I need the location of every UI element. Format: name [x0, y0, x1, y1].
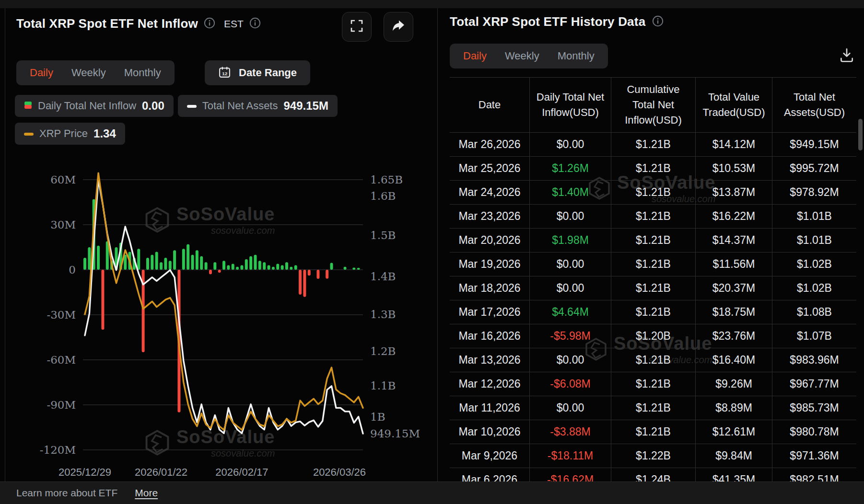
table-cell-value: $1.21B: [611, 300, 696, 324]
table-header: Daily Total Net Inflow(USD): [530, 78, 611, 133]
table-cell-value: $0.00: [530, 205, 611, 229]
table-cell-date: Mar 9,2026: [450, 444, 530, 468]
white-dash-icon: [187, 102, 197, 110]
legend-label: Daily Total Net Inflow: [38, 100, 136, 112]
inflow-bar: [209, 270, 212, 274]
inflow-bar: [97, 246, 100, 270]
table-cell-value: $1.20B: [611, 324, 696, 348]
inflow-bar: [160, 262, 163, 270]
inflow-bar: [205, 262, 208, 270]
net-inflow-chart[interactable]: 60M30M0-30M-60M-90M-120M1.65B1.6B1.5B1.4…: [0, 140, 437, 481]
table-cell-value: $985.73M: [772, 396, 856, 420]
fullscreen-icon: [350, 19, 364, 35]
table-cell-value: $9.26M: [696, 372, 772, 396]
tab-daily[interactable]: Daily: [463, 50, 487, 62]
table-cell-date: Mar 17,2026: [450, 300, 530, 324]
top-strip: [0, 0, 864, 8]
info-icon[interactable]: [249, 17, 261, 31]
inflow-bar: [151, 255, 153, 270]
inflow-bar: [357, 268, 360, 270]
table-cell-value: $0.00: [530, 396, 611, 420]
inflow-bar: [146, 258, 149, 270]
table-cell-value: $1.01B: [772, 229, 856, 252]
timezone-label: EST: [224, 18, 244, 30]
x-axis-tick: 2026/03/26: [313, 466, 366, 478]
inflow-bar: [173, 250, 176, 270]
download-button[interactable]: [835, 45, 858, 67]
info-icon[interactable]: [204, 17, 215, 31]
inflow-bar: [272, 267, 275, 270]
table-cell-value: $1.98M: [530, 229, 611, 252]
table-cell-value: $1.21B: [611, 396, 696, 420]
table-cell-value: $1.21B: [611, 420, 696, 444]
right-axis-tick: 1.6B: [370, 190, 396, 202]
table-cell-date: Mar 13,2026: [450, 348, 530, 372]
table-cell-value: $1.02B: [772, 252, 856, 276]
inflow-bar: [254, 255, 257, 270]
right-axis-tick: 1B: [370, 411, 385, 423]
inflow-bar: [137, 249, 140, 270]
table-cell-value: $0.00: [530, 276, 611, 300]
inflow-bar: [268, 265, 270, 270]
table-cell-value: $1.24B: [611, 468, 696, 481]
date-range-button[interactable]: 12 Date Range: [205, 60, 310, 85]
calendar-icon: 12: [218, 66, 231, 80]
right-axis-tick: 1.5B: [370, 229, 396, 241]
left-axis-tick: 30M: [50, 218, 76, 231]
table-cell-value: $23.76M: [696, 324, 772, 348]
info-icon[interactable]: [652, 15, 664, 29]
table-cell-date: Mar 23,2026: [450, 205, 530, 229]
table-cell-value: $1.21B: [611, 133, 696, 157]
table-cell-value: $1.08B: [772, 300, 856, 324]
share-button[interactable]: [384, 12, 413, 42]
table-cell-value: -$6.08M: [530, 372, 611, 396]
tab-weekly[interactable]: Weekly: [505, 50, 539, 62]
footer-more-link[interactable]: More: [135, 487, 158, 499]
table-cell-value: $995.72M: [772, 157, 856, 181]
legend-daily-net-inflow[interactable]: Daily Total Net Inflow 0.00: [15, 95, 174, 117]
table-cell-value: $1.21B: [611, 276, 696, 300]
tab-weekly[interactable]: Weekly: [71, 67, 106, 79]
table-cell-value: $0.00: [530, 133, 611, 157]
inflow-bar: [236, 267, 239, 270]
table-cell-value: $9.84M: [696, 444, 772, 468]
history-table[interactable]: DateDaily Total Net Inflow(USD)Cumulativ…: [450, 77, 856, 481]
inflow-bar: [155, 252, 158, 270]
legend-label: Total Net Assets: [202, 100, 278, 112]
inflow-bar: [191, 255, 194, 270]
legend-value: 0.00: [142, 99, 164, 113]
fullscreen-button[interactable]: [342, 12, 372, 42]
inflow-bar: [330, 263, 333, 270]
inflow-bar: [227, 265, 230, 270]
table-cell-value: $980.78M: [772, 420, 856, 444]
table-cell-value: $978.92M: [772, 181, 856, 205]
table-scrollbar[interactable]: [858, 119, 863, 150]
table-cell-value: $16.22M: [696, 205, 772, 229]
table-cell-value: $983.96M: [772, 348, 856, 372]
left-axis-tick: -30M: [47, 309, 76, 321]
table-header: Cumulative Total Net Inflow(USD): [611, 78, 696, 133]
legend-total-net-assets[interactable]: Total Net Assets 949.15M: [178, 95, 338, 117]
legend-value: 949.15M: [283, 99, 328, 113]
table-cell-value: $982.51M: [772, 468, 856, 481]
table-cell-value: $1.21B: [611, 372, 696, 396]
table-period-tabs: DailyWeeklyMonthly: [450, 44, 608, 69]
inflow-bar: [240, 265, 243, 270]
table-cell-value: -$18.11M: [530, 444, 611, 468]
right-axis-tick: 1.65B: [370, 173, 403, 186]
table-cell-value: $1.40M: [530, 181, 611, 205]
inflow-bar: [222, 261, 225, 270]
table-cell-value: $13.87M: [696, 181, 772, 205]
table-header: Total Net Assets(USD): [772, 78, 856, 133]
chart-period-tabs: DailyWeeklyMonthly: [16, 60, 175, 85]
tab-monthly[interactable]: Monthly: [558, 50, 595, 62]
inflow-bar: [232, 263, 234, 270]
inflow-bar: [213, 262, 216, 270]
tab-daily[interactable]: Daily: [30, 67, 53, 79]
table-cell-value: $1.21B: [611, 157, 696, 181]
date-range-label: Date Range: [239, 67, 297, 79]
tab-monthly[interactable]: Monthly: [124, 67, 161, 79]
legend-value: 1.34: [93, 127, 116, 140]
right-axis-tick: 1.1B: [370, 379, 396, 392]
table-cell-date: Mar 19,2026: [450, 252, 530, 276]
